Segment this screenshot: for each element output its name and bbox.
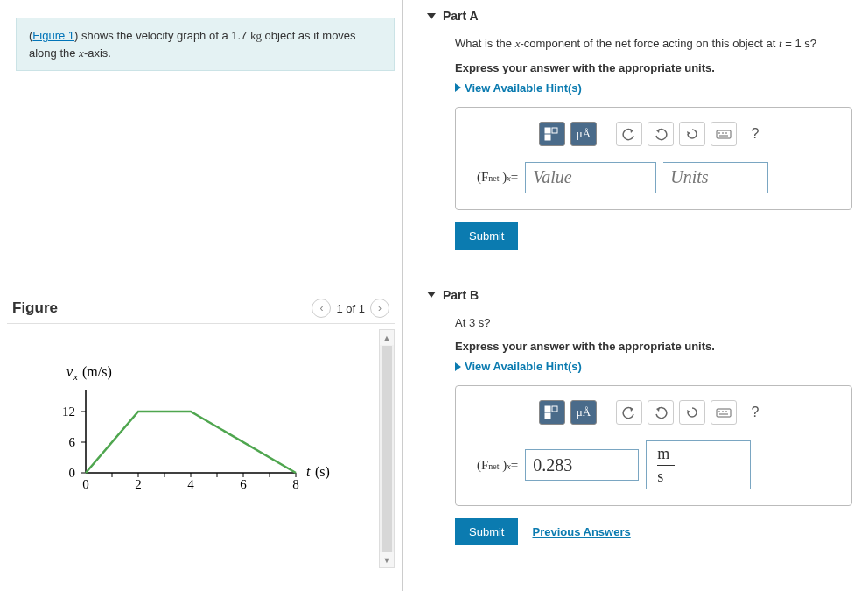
hints-label: View Available Hint(s) [465, 360, 582, 373]
svg-text:6: 6 [240, 477, 247, 491]
part-a-answer-box: μÅ ? (Fnet )x = [455, 107, 852, 210]
part-b-header[interactable]: Part B [427, 288, 852, 302]
svg-rect-28 [545, 135, 550, 140]
fnet-label: (Fnet )x = [477, 458, 518, 473]
fnet-eq: = [511, 458, 518, 473]
svg-text:(m/s): (m/s) [82, 364, 112, 380]
keyboard-button[interactable] [710, 400, 737, 425]
svg-text:(s): (s) [315, 464, 330, 480]
svg-rect-27 [552, 128, 557, 133]
part-b-question: At 3 s? [455, 314, 852, 332]
qa-eq: = 1 s? [782, 37, 816, 50]
velocity-chart: v x (m/s) 0 6 12 0 2 4 6 8 [33, 359, 366, 525]
part-b-input-row: (Fnet )x = m s [477, 440, 830, 489]
fnet-sub: net [488, 461, 499, 471]
part-a-submit-row: Submit [455, 222, 852, 250]
figure-header: Figure ‹ 1 of 1 › [7, 299, 395, 324]
svg-rect-29 [717, 130, 731, 138]
help-button[interactable]: ? [742, 122, 768, 146]
text-3: -axis. [84, 46, 111, 60]
scroll-thumb[interactable] [382, 346, 392, 552]
part-b-title: Part B [443, 288, 479, 302]
reset-button[interactable] [679, 400, 705, 425]
svg-text:x: x [73, 371, 78, 382]
part-a-question: What is the x-component of the net force… [455, 35, 852, 53]
part-b-answer-box: μÅ ? (Fnet )x = m s [455, 385, 852, 506]
previous-answers-link[interactable]: Previous Answers [532, 525, 630, 538]
figure-body: v x (m/s) 0 6 12 0 2 4 6 8 [7, 324, 395, 573]
part-b-body: At 3 s? Express your answer with the app… [427, 314, 852, 567]
part-a-title: Part A [443, 9, 479, 23]
units-greek-button[interactable]: μÅ [570, 122, 597, 146]
qa-pre: What is the [455, 37, 515, 50]
part-a-toolbar: μÅ ? [477, 122, 830, 146]
help-button[interactable]: ? [742, 400, 768, 425]
svg-text:t: t [306, 464, 311, 479]
figure-link[interactable]: Figure 1 [32, 29, 74, 42]
template-button[interactable] [539, 400, 565, 425]
scroll-down-icon: ▼ [380, 552, 394, 567]
fnet-sub: net [488, 173, 499, 183]
fnet-label: (Fnet )x = [477, 170, 518, 185]
svg-rect-37 [717, 409, 731, 417]
part-b-hints-toggle[interactable]: View Available Hint(s) [455, 360, 852, 373]
part-a-body: What is the x-component of the net force… [427, 35, 852, 271]
help-label: ? [752, 126, 760, 142]
unit-numerator: m [657, 445, 669, 463]
template-button[interactable] [539, 122, 565, 146]
text-1: ) shows the velocity graph of a 1.7 [74, 29, 250, 42]
help-label: ? [752, 405, 760, 420]
part-a-submit-button[interactable]: Submit [455, 222, 518, 250]
part-a-header[interactable]: Part A [427, 9, 852, 23]
redo-button[interactable] [648, 122, 674, 146]
svg-text:2: 2 [135, 477, 142, 491]
svg-text:8: 8 [292, 477, 299, 491]
chevron-right-icon [455, 83, 461, 92]
part-a-units-input[interactable] [663, 162, 768, 193]
mu-a-label: μÅ [577, 405, 591, 419]
svg-text:0: 0 [82, 477, 89, 491]
fnet-open: (F [477, 170, 488, 185]
units-greek-button[interactable]: μÅ [570, 400, 597, 425]
undo-button[interactable] [616, 400, 642, 425]
left-pane: (Figure 1) shows the velocity graph of a… [0, 0, 402, 591]
fnet-open: (F [477, 458, 488, 473]
svg-rect-36 [545, 413, 550, 419]
unit-kg: kg [250, 29, 262, 42]
svg-text:v: v [66, 364, 74, 379]
part-a-input-row: (Fnet )x = [477, 162, 830, 193]
pager-text: 1 of 1 [336, 302, 365, 315]
problem-statement: (Figure 1) shows the velocity graph of a… [16, 18, 395, 71]
part-b-units-input[interactable]: m s [646, 440, 751, 489]
svg-rect-34 [545, 406, 550, 412]
part-b-value-input[interactable] [525, 449, 639, 481]
svg-rect-26 [545, 128, 550, 133]
svg-rect-35 [552, 406, 557, 412]
part-b-toolbar: μÅ ? [477, 400, 830, 425]
part-a-hints-toggle[interactable]: View Available Hint(s) [455, 81, 852, 95]
svg-text:0: 0 [69, 466, 76, 480]
part-b-submit-row: Submit Previous Answers [455, 518, 852, 545]
fraction-line [657, 465, 675, 466]
chevron-right-icon [455, 362, 461, 371]
pager-prev-button[interactable]: ‹ [312, 299, 331, 318]
redo-button[interactable] [648, 400, 674, 425]
fnet-eq: = [511, 170, 518, 185]
part-a-instruction: Express your answer with the appropriate… [455, 61, 852, 74]
figure-scrollbar[interactable]: ▲ ▼ [379, 329, 395, 568]
svg-text:12: 12 [62, 405, 75, 419]
svg-text:6: 6 [69, 435, 76, 449]
part-b-submit-button[interactable]: Submit [455, 518, 518, 545]
figure-pager: ‹ 1 of 1 › [312, 299, 389, 318]
chevron-down-icon [427, 292, 436, 298]
undo-button[interactable] [616, 122, 642, 146]
qa-mid: -component of the net force acting on th… [520, 37, 779, 50]
scroll-up-icon: ▲ [380, 330, 394, 345]
pager-next-button[interactable]: › [370, 299, 389, 318]
svg-text:4: 4 [187, 477, 194, 491]
part-a-value-input[interactable] [525, 162, 656, 193]
unit-denominator: s [657, 468, 663, 486]
reset-button[interactable] [679, 122, 705, 146]
hints-label: View Available Hint(s) [465, 81, 582, 95]
keyboard-button[interactable] [710, 122, 737, 146]
